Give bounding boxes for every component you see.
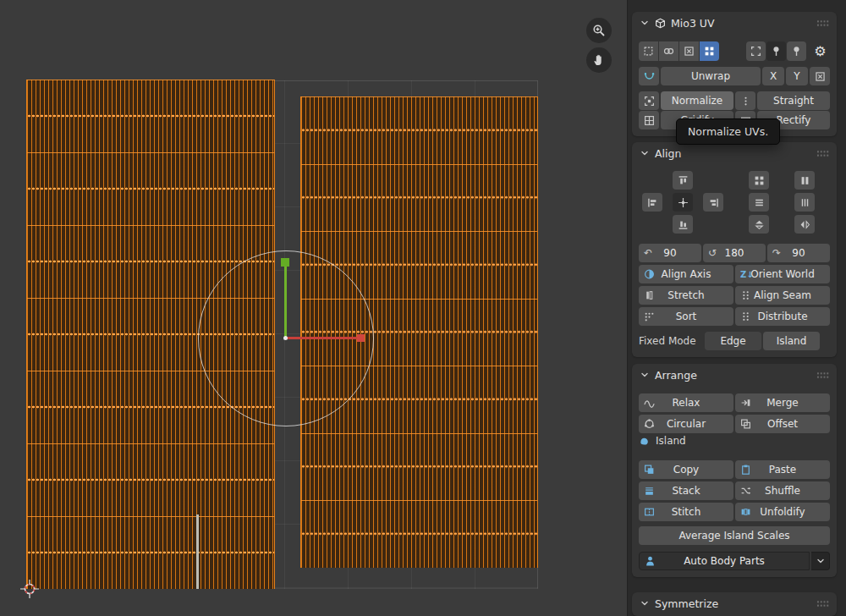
straight-button[interactable]: Straight (757, 91, 830, 110)
auto-body-parts-expand-button[interactable] (811, 552, 830, 570)
box-select-button[interactable] (679, 41, 699, 61)
panel-grip-icon[interactable] (816, 600, 829, 608)
flip-horizontal-icon (799, 219, 810, 230)
stitch-button[interactable]: Stitch (639, 503, 733, 521)
align-top-button[interactable] (673, 171, 693, 190)
relax-button[interactable]: Relax (639, 393, 733, 412)
rotate-ccw-90-field[interactable]: ↶90 (639, 244, 701, 262)
panel-grip-icon[interactable] (816, 19, 829, 27)
gizmo-x-handle[interactable] (357, 334, 365, 342)
island-label: Island (777, 335, 807, 347)
align-axis-button[interactable]: Align Axis (639, 265, 733, 283)
align-left-button[interactable] (642, 193, 662, 212)
unfoldify-button[interactable]: Unfoldify (735, 503, 830, 521)
unpin-button[interactable] (787, 41, 806, 61)
gizmo-y-axis[interactable] (284, 264, 287, 338)
panel-title: Mio3 UV (671, 17, 715, 30)
stretch-button[interactable]: Stretch (639, 286, 733, 305)
gizmo-x-axis[interactable] (287, 337, 360, 339)
sync-selection-button[interactable] (659, 41, 678, 61)
flip-vertical-button[interactable] (749, 215, 769, 234)
copy-button[interactable]: Copy (639, 460, 733, 479)
zoom-button[interactable] (586, 18, 612, 43)
stitch-label: Stitch (672, 506, 701, 518)
normalize-icon-button[interactable] (639, 91, 659, 110)
stretch-bars-icon (644, 290, 655, 301)
fixed-mode-island-button[interactable]: Island (763, 332, 820, 350)
straight-label: Straight (773, 95, 814, 107)
spread-horizontal-button[interactable] (749, 193, 769, 212)
flip-horizontal-button[interactable] (794, 215, 815, 234)
flip-vertical-icon (754, 219, 765, 230)
panel-grip-icon[interactable] (816, 371, 829, 379)
mio3-logo-icon (655, 18, 666, 29)
rectify-label: Rectify (777, 114, 811, 126)
align-bottom-button[interactable] (673, 215, 693, 234)
distribute-dots-icon (740, 311, 751, 322)
distribute-bars-button[interactable] (794, 171, 815, 190)
rotate-180-field[interactable]: ↺180 (703, 244, 766, 262)
sort-row: Sort Distribute (639, 307, 830, 326)
shuffle-icon (740, 486, 751, 497)
align-right-icon (708, 197, 719, 208)
orient-world-icon: Z↓ (740, 270, 754, 279)
normalize-button[interactable]: Normalize (661, 91, 733, 110)
box-x-icon (815, 71, 826, 82)
unwrap-button[interactable]: Unwrap (661, 67, 761, 85)
spread-vertical-button[interactable] (794, 193, 815, 212)
merge-button[interactable]: Merge (735, 393, 830, 412)
normalize-label: Normalize (672, 95, 722, 107)
island-label-row: Island (639, 433, 830, 448)
pan-button[interactable] (586, 47, 612, 73)
uv-editor-viewport[interactable] (0, 0, 628, 616)
relax-row: Relax Merge (639, 393, 830, 412)
panel-arrange: Arrange Relax Merge Circular Offset Isla… (632, 364, 837, 577)
straight-icon-button[interactable] (735, 91, 755, 110)
unwrap-y-button[interactable]: Y (786, 67, 808, 85)
panel-header-symmetrize[interactable]: Symmetrize (632, 592, 837, 614)
align-right-button[interactable] (703, 193, 723, 212)
circular-button[interactable]: Circular (639, 415, 733, 433)
align-center-button[interactable] (673, 193, 693, 212)
unwrap-x-button[interactable]: X (762, 67, 784, 85)
unwrap-icon-button[interactable] (639, 67, 659, 85)
box-x-icon (684, 46, 695, 57)
stretch-row: Stretch Align Seam (639, 286, 830, 305)
offset-button[interactable]: Offset (735, 415, 830, 433)
shuffle-button[interactable]: Shuffle (735, 481, 830, 500)
sort-button[interactable]: Sort (639, 307, 733, 326)
panel-align: Align ↶90 ↺180 ↷90 (632, 142, 837, 357)
distribute-button[interactable]: Distribute (735, 307, 830, 326)
orient-world-button[interactable]: Z↓Orient World (735, 265, 830, 283)
frame-select-button[interactable] (746, 41, 766, 61)
gizmo-y-handle[interactable] (281, 258, 289, 267)
auto-body-parts-dropdown[interactable]: Auto Body Parts (639, 552, 810, 570)
gizmo-center[interactable] (283, 336, 288, 340)
panel-header-align[interactable]: Align (632, 142, 837, 164)
rotate-cw-90-field[interactable]: ↷90 (767, 244, 830, 262)
gridify-icon-button[interactable] (639, 111, 659, 129)
gear-icon: ⚙ (814, 45, 826, 58)
unwrap-options-button[interactable] (810, 67, 830, 85)
hand-icon (592, 53, 606, 67)
distribute-grid-button[interactable] (749, 171, 769, 190)
panel-mio3uv: Mio3 UV ⚙ Unwrap X Y (632, 12, 837, 136)
uv-select-mode-button[interactable] (639, 41, 658, 61)
stack-row: Stack Shuffle (639, 481, 830, 500)
shuffle-label: Shuffle (765, 485, 800, 497)
fixed-mode-edge-button[interactable]: Edge (705, 332, 761, 350)
panel-header-mio3uv[interactable]: Mio3 UV (632, 12, 837, 34)
unfoldify-label: Unfoldify (760, 506, 805, 518)
chevron-down-icon (640, 18, 650, 28)
pin-icon (791, 46, 802, 57)
stack-button[interactable]: Stack (639, 481, 733, 500)
align-seam-button[interactable]: Align Seam (735, 286, 830, 305)
average-island-scales-button[interactable]: Average Island Scales (639, 526, 830, 545)
paste-button[interactable]: Paste (735, 460, 830, 479)
panel-header-arrange[interactable]: Arrange (632, 364, 837, 386)
align-button-grid (639, 171, 830, 234)
pin-toggle-button[interactable] (766, 41, 786, 61)
panel-grip-icon[interactable] (816, 150, 829, 157)
island-mode-button[interactable] (700, 41, 719, 61)
settings-gear-button[interactable]: ⚙ (810, 41, 830, 61)
